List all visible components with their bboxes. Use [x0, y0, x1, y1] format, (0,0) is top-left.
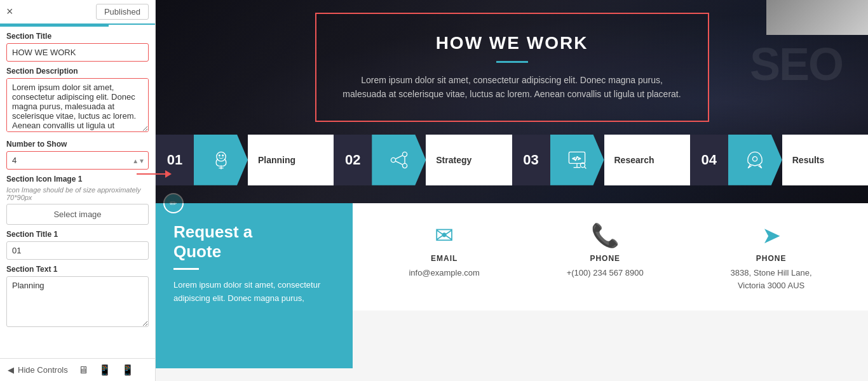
- mobile-icon[interactable]: 📱: [121, 364, 134, 376]
- main-content: SEO HOW WE WORK Lorem ipsum dolor sit am…: [156, 0, 868, 381]
- svg-point-7: [402, 163, 407, 168]
- contact-items: ✉ EMAIL info@example.com 📞 PHONE +(100) …: [353, 203, 868, 311]
- svg-point-6: [402, 152, 407, 156]
- number-show-label: Number to Show: [6, 140, 149, 149]
- section-desc-textarea[interactable]: Lorem ipsum dolor sit amet, consectetur …: [6, 78, 149, 132]
- select-image-button[interactable]: Select image: [6, 204, 149, 225]
- section-title-label: Section Title: [6, 32, 149, 41]
- svg-point-4: [222, 155, 223, 156]
- quote-section: ✏ Request aQuote Lorem ipsum dolor sit a…: [156, 203, 868, 381]
- email-icon: ✉: [435, 222, 454, 249]
- step-2-number: 02: [334, 135, 372, 185]
- brain-icon: [210, 149, 233, 171]
- section-text1-textarea[interactable]: Planning: [6, 276, 149, 327]
- nodes-icon: [388, 149, 410, 171]
- how-we-work-desc: Lorem ipsum dolor sit amet, consectetur …: [342, 73, 682, 102]
- section-title1-input[interactable]: [6, 241, 149, 260]
- chevron-left-icon: ◀: [8, 365, 14, 375]
- number-show-wrap: ▲▼: [6, 151, 149, 170]
- section-text1-label: Section Text 1: [6, 265, 149, 274]
- phone1-label: PHONE: [590, 254, 620, 263]
- phone2-label: PHONE: [756, 254, 787, 263]
- svg-point-0: [216, 152, 225, 161]
- tablet-icon[interactable]: 📱: [98, 364, 111, 376]
- svg-line-16: [585, 167, 587, 169]
- red-arrow-line: [137, 173, 165, 175]
- quote-box: ✏ Request aQuote Lorem ipsum dolor sit a…: [156, 203, 353, 368]
- icon-image-label: Section Icon Image 1: [6, 175, 149, 184]
- step-2-icon-box: [372, 135, 426, 185]
- email-value: info@example.com: [409, 267, 479, 279]
- contact-phone1: 📞 PHONE +(100) 234 567 8900: [567, 222, 644, 291]
- section-title1-label: Section Title 1: [6, 230, 149, 239]
- location-icon: ➤: [762, 222, 781, 249]
- email-label: EMAIL: [431, 254, 458, 263]
- how-we-work-box: HOW WE WORK Lorem ipsum dolor sit amet, …: [315, 13, 709, 122]
- icon-hint-text: Icon Image should be of size approximate…: [6, 186, 149, 201]
- step-3-icon-box: </>: [550, 135, 604, 185]
- svg-point-17: [753, 156, 757, 161]
- red-arrow-head: [165, 170, 172, 178]
- monitor-icon: </>: [566, 149, 588, 171]
- rocket-icon: [743, 149, 766, 171]
- section-title-input[interactable]: [6, 43, 149, 62]
- step-3: 03 </> Research: [512, 135, 690, 185]
- phone1-icon: 📞: [591, 222, 620, 249]
- svg-line-9: [395, 161, 402, 164]
- number-show-input[interactable]: [6, 151, 149, 170]
- left-panel: × Published Section Title Section Descri…: [0, 0, 156, 381]
- how-we-work-section: SEO HOW WE WORK Lorem ipsum dolor sit am…: [156, 0, 868, 203]
- phone1-value: +(100) 234 567 8900: [567, 267, 644, 279]
- svg-text:</>: </>: [573, 156, 581, 161]
- step-4-number: 04: [690, 135, 728, 185]
- section-desc-label: Section Description: [6, 67, 149, 76]
- hide-controls-button[interactable]: ◀ Hide Controls: [8, 365, 68, 375]
- step-2: 02 Strategy: [334, 135, 512, 185]
- step-1: 01 Planning: [156, 135, 334, 185]
- title-underline: [496, 61, 528, 63]
- step-3-number: 03: [512, 135, 550, 185]
- steps-row: 01 Planning: [156, 135, 868, 185]
- hide-controls-label: Hide Controls: [18, 365, 68, 375]
- close-button[interactable]: ×: [6, 5, 13, 18]
- svg-point-3: [219, 155, 220, 156]
- panel-footer: ◀ Hide Controls 🖥 📱 📱: [0, 358, 155, 381]
- step-2-label: Strategy: [426, 135, 512, 185]
- quote-title: Request aQuote: [173, 222, 335, 262]
- contact-phone2: ➤ PHONE 3838, Stone Hill Lane,Victoria 3…: [731, 222, 812, 291]
- panel-scroll: Section Title Section Description Lorem …: [0, 27, 155, 358]
- published-badge[interactable]: Published: [96, 4, 149, 20]
- quote-underline: [173, 268, 199, 270]
- step-1-label: Planning: [248, 135, 334, 185]
- contact-email: ✉ EMAIL info@example.com: [409, 222, 479, 291]
- how-we-work-title: HOW WE WORK: [342, 33, 682, 53]
- quote-text: Lorem ipsum dolor sit amet, consectetur …: [173, 279, 335, 305]
- panel-header: × Published: [0, 0, 155, 25]
- top-person-image: [766, 0, 868, 35]
- phone2-value: 3838, Stone Hill Lane,Victoria 3000 AUS: [731, 267, 812, 291]
- step-4: 04 Results: [690, 135, 868, 185]
- step-3-label: Research: [604, 135, 690, 185]
- desktop-icon[interactable]: 🖥: [78, 364, 88, 376]
- section-content: HOW WE WORK Lorem ipsum dolor sit amet, …: [156, 0, 868, 185]
- svg-point-5: [391, 157, 395, 162]
- svg-line-8: [395, 156, 402, 159]
- step-1-icon-box: [194, 135, 248, 185]
- red-arrow-indicator: [137, 170, 172, 178]
- step-4-label: Results: [782, 135, 868, 185]
- step-4-icon-box: [728, 135, 782, 185]
